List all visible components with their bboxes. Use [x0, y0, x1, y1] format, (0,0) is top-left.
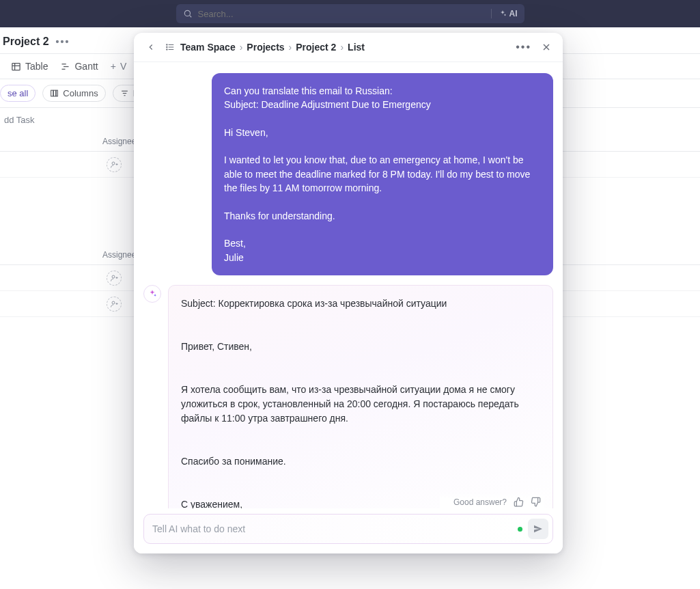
- send-icon: [533, 523, 544, 534]
- close-icon: [541, 42, 552, 53]
- filter-icon: [120, 89, 129, 98]
- close-button[interactable]: [540, 40, 553, 54]
- person-add-icon: [107, 157, 122, 172]
- svg-point-26: [167, 44, 167, 45]
- svg-point-17: [112, 275, 115, 278]
- send-button[interactable]: [528, 519, 548, 539]
- back-button[interactable]: [143, 40, 158, 55]
- thumbs-up-icon: [514, 497, 524, 507]
- modal-header: Team Space › Projects › Project 2 › List…: [134, 33, 563, 62]
- topbar: AI: [0, 0, 700, 27]
- thumbs-down-icon: [531, 497, 541, 507]
- sparkle-icon: [499, 10, 507, 18]
- assignee-cell[interactable]: [102, 265, 126, 291]
- ai-avatar: [143, 285, 161, 303]
- page-title: Project 2: [3, 36, 49, 48]
- feedback-label: Good answer?: [453, 497, 507, 507]
- column-assignee-header: Assignee: [102, 250, 136, 260]
- column-assignee-header: Assignee: [102, 137, 136, 146]
- assignee-cell[interactable]: [102, 152, 126, 178]
- svg-point-28: [167, 49, 167, 50]
- thumbs-down-button[interactable]: [531, 497, 541, 507]
- collapse-all-button[interactable]: se all: [0, 85, 36, 102]
- sparkle-icon: [148, 289, 157, 299]
- svg-point-0: [184, 10, 190, 16]
- modal-more-button[interactable]: •••: [514, 40, 533, 55]
- add-view-button[interactable]: + V: [111, 61, 127, 72]
- table-icon: [11, 61, 21, 72]
- svg-point-27: [167, 46, 167, 47]
- feedback-row: Good answer?: [440, 493, 544, 508]
- search-input[interactable]: [198, 9, 484, 19]
- thumbs-up-button[interactable]: [514, 497, 524, 507]
- crumb-list[interactable]: List: [348, 42, 365, 53]
- chevron-right-icon: ›: [340, 42, 344, 53]
- add-task-label: dd Task: [4, 115, 35, 125]
- ai-label: AI: [509, 9, 518, 18]
- plus-icon: +: [111, 61, 116, 72]
- person-add-icon: [107, 271, 122, 286]
- search-icon: [183, 9, 193, 18]
- assignee-cell[interactable]: [102, 291, 126, 317]
- ai-message: Subject: Корректировка срока из-за чрезв…: [168, 285, 553, 508]
- breadcrumb: Team Space › Projects › Project 2 › List: [165, 42, 507, 53]
- person-add-icon: [107, 297, 122, 312]
- ai-button[interactable]: AI: [491, 9, 518, 18]
- svg-rect-9: [54, 90, 56, 96]
- crumb-project[interactable]: Project 2: [296, 42, 336, 53]
- crumb-projects[interactable]: Projects: [247, 42, 284, 53]
- svg-line-1: [189, 16, 191, 18]
- list-icon: [165, 42, 175, 52]
- gantt-icon: [60, 61, 70, 72]
- composer[interactable]: [143, 514, 553, 544]
- user-message: Can you translate this email to Russian:…: [212, 73, 553, 275]
- ai-modal: Team Space › Projects › Project 2 › List…: [134, 33, 563, 553]
- add-view-label: V: [120, 61, 126, 72]
- composer-wrap: [134, 508, 563, 553]
- tab-gantt-label: Gantt: [74, 61, 98, 72]
- chevron-left-icon: [146, 42, 156, 52]
- tab-table[interactable]: Table: [11, 61, 48, 72]
- svg-point-14: [112, 162, 115, 165]
- chevron-right-icon: ›: [240, 42, 243, 53]
- page-more-button[interactable]: •••: [56, 36, 70, 47]
- columns-label: Columns: [63, 88, 98, 98]
- chat-body[interactable]: Can you translate this email to Russian:…: [134, 62, 563, 508]
- tab-table-label: Table: [25, 61, 48, 72]
- svg-point-20: [112, 301, 115, 304]
- tab-gantt[interactable]: Gantt: [60, 61, 98, 72]
- composer-input[interactable]: [152, 523, 512, 534]
- collapse-label: se all: [8, 88, 28, 98]
- crumb-space[interactable]: Team Space: [180, 42, 236, 53]
- svg-rect-2: [12, 63, 20, 70]
- status-dot-icon: [518, 527, 522, 532]
- global-search[interactable]: AI: [176, 4, 524, 23]
- columns-button[interactable]: Columns: [42, 85, 105, 102]
- chevron-right-icon: ›: [289, 42, 292, 53]
- svg-rect-8: [51, 90, 53, 96]
- columns-icon: [50, 89, 59, 98]
- ai-message-row: Subject: Корректировка срока из-за чрезв…: [143, 285, 553, 508]
- svg-rect-10: [57, 90, 58, 96]
